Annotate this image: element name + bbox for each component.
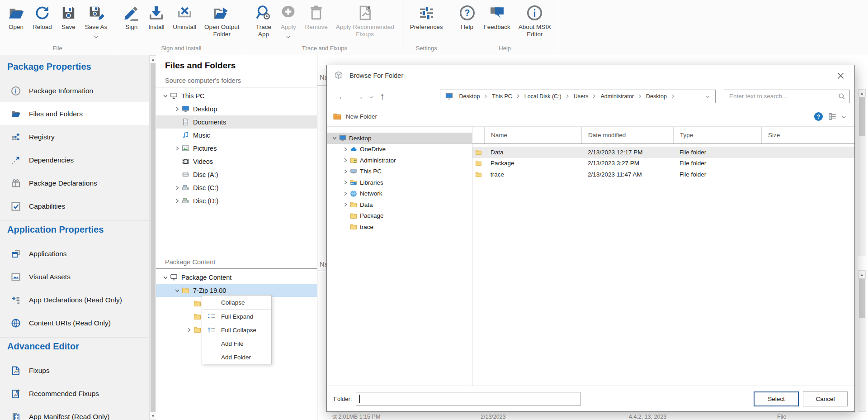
folder-input[interactable] [356, 392, 580, 406]
ribbon-button-remove[interactable]: Remove [301, 4, 331, 32]
chevron-right-icon[interactable] [341, 191, 349, 196]
sidebar-item-applications[interactable]: Applications [0, 242, 149, 265]
breadcrumb-item-desktop[interactable]: Desktop [642, 93, 671, 100]
sidebar-item-dependencies[interactable]: Dependencies [0, 148, 149, 172]
context-menu-item-add-folder[interactable]: Add Folder [202, 350, 271, 364]
tree-item-disc-d[interactable]: Disc (D:) [156, 194, 317, 207]
file-row-data[interactable]: Data 2/13/2023 12:17 PM File folder [472, 147, 854, 158]
scroll-up-arrow-icon[interactable]: ▲ [858, 89, 866, 97]
sidebar-item-fixups[interactable]: Fixups [0, 359, 149, 382]
scroll-up-arrow-icon[interactable]: ▲ [858, 271, 866, 279]
ribbon-button-apply-recommended-fixups[interactable]: Apply Recommended Fixups [332, 4, 398, 39]
ribbon-button-feedback[interactable]: Feedback [480, 4, 514, 32]
background-scrollbar[interactable]: ▲ [858, 270, 866, 412]
sidebar-item-registry[interactable]: Registry [0, 125, 149, 148]
sidebar-item-capabilities[interactable]: Capabilities [0, 195, 149, 218]
sidebar-item-visual-assets[interactable]: Visual Assets [0, 265, 149, 288]
tree-item-data[interactable]: Data [327, 199, 472, 210]
breadcrumb-item-administrator[interactable]: Administrator [596, 93, 638, 100]
ribbon-button-save-as[interactable]: Save As [81, 4, 112, 41]
file-row-package[interactable]: Package 2/13/2023 3:27 PM File folder [472, 158, 854, 169]
context-menu-item-collapse[interactable]: Collapse [202, 296, 271, 309]
context-menu-item-add-file[interactable]: Add File [202, 337, 271, 350]
chevron-right-icon[interactable] [341, 158, 349, 162]
select-button[interactable]: Select [754, 391, 799, 406]
chevron-right-icon[interactable] [173, 199, 181, 203]
scroll-up-arrow-icon[interactable]: ▲ [150, 55, 156, 63]
file-row-trace[interactable]: trace 2/13/2023 11:47 AM File folder [472, 169, 854, 180]
ribbon-button-sign[interactable]: Sign [119, 4, 144, 32]
tree-item-package[interactable]: Package [327, 210, 472, 222]
background-scrollbar[interactable]: ▲ [858, 89, 866, 256]
breadcrumb-item-local-disk-c[interactable]: Local Disk (C:) [520, 93, 566, 100]
sidebar-item-app-manifest-read-only[interactable]: App Manifest (Read Only) [0, 405, 149, 420]
chevron-right-icon[interactable] [173, 146, 181, 151]
sidebar-item-content-uris-read-only[interactable]: Content URIs (Read Only) [0, 311, 149, 334]
tree-item-libraries[interactable]: Libraries [327, 177, 472, 188]
address-dropdown-chevron-icon[interactable] [703, 93, 712, 100]
tree-item-administrator[interactable]: Administrator [327, 155, 472, 166]
ribbon-button-open[interactable]: Open [4, 4, 28, 32]
tree-item-package-content[interactable]: Package Content [156, 271, 317, 284]
scrollbar-thumb[interactable] [859, 279, 865, 318]
tree-item-this-pc[interactable]: This PC [156, 89, 317, 102]
context-menu-item-full-expand[interactable]: Full Expand [202, 310, 271, 323]
search-box[interactable] [724, 90, 850, 103]
scrollbar-thumb[interactable] [151, 63, 156, 412]
chevron-right-icon[interactable] [173, 107, 181, 111]
breadcrumb-item-this-pc[interactable]: This PC [487, 93, 516, 100]
chevron-right-icon[interactable] [185, 328, 193, 332]
ribbon-button-help[interactable]: ? Help [455, 4, 480, 32]
sidebar-item-app-declarations-read-only[interactable]: App Declarations (Read Only) [0, 288, 149, 311]
forward-arrow-icon[interactable]: → [351, 91, 368, 101]
ribbon-button-uninstall[interactable]: Uninstall [169, 4, 200, 32]
chevron-down-icon[interactable] [161, 275, 169, 280]
sidebar-item-recommended-fixups[interactable]: Recommended Fixups [0, 382, 149, 405]
tree-item-trace[interactable]: trace [327, 221, 472, 233]
chevron-right-icon[interactable] [341, 169, 349, 174]
column-header-type[interactable]: Type [673, 127, 761, 143]
chevron-right-icon[interactable] [173, 186, 181, 190]
chevron-right-icon[interactable] [341, 147, 349, 152]
ribbon-button-install[interactable]: Install [144, 4, 169, 32]
help-icon[interactable]: ? [814, 112, 823, 121]
breadcrumb[interactable]: Desktop This PC Local Disk (C:) Users Ad… [440, 90, 716, 103]
breadcrumb-item-users[interactable]: Users [569, 93, 593, 100]
sidebar-scrollbar[interactable]: ▲ ▼ [149, 55, 156, 420]
tree-item-disc-c[interactable]: Disc (C:) [156, 181, 317, 194]
up-arrow-icon[interactable]: ↑ [375, 91, 389, 101]
ribbon-button-apply[interactable]: Apply [276, 4, 301, 41]
column-header-date-modified[interactable]: Date modified [581, 127, 673, 143]
sidebar-item-files-and-folders[interactable]: Files and Folders [0, 102, 149, 125]
ribbon-button-reload[interactable]: Reload [28, 4, 56, 32]
chevron-down-icon[interactable] [161, 94, 169, 98]
ribbon-button-open-output-folder[interactable]: Open Output Folder [200, 4, 243, 39]
ribbon-button-preferences[interactable]: Preferences [406, 4, 447, 32]
close-button[interactable] [834, 69, 847, 82]
search-input[interactable] [728, 92, 838, 100]
tree-item-onedrive[interactable]: OneDrive [327, 144, 472, 155]
sidebar-item-package-information[interactable]: Package Information [0, 79, 149, 102]
back-arrow-icon[interactable]: ← [334, 91, 351, 101]
chevron-down-icon[interactable] [173, 288, 181, 293]
tree-item-desktop[interactable]: Desktop [156, 102, 317, 115]
view-details-icon[interactable] [828, 112, 837, 121]
tree-item-this-pc[interactable]: This PC [327, 166, 472, 177]
chevron-right-icon[interactable] [341, 180, 349, 185]
column-header-size[interactable]: Size [761, 127, 854, 143]
chevron-right-icon[interactable] [341, 202, 349, 207]
cancel-button[interactable]: Cancel [803, 391, 848, 406]
new-folder-button[interactable]: New Folder [333, 112, 377, 121]
scrollbar-thumb[interactable] [859, 97, 865, 136]
view-dropdown-chevron-icon[interactable] [842, 112, 846, 120]
context-menu-item-full-collapse[interactable]: Full Collapse [202, 323, 271, 337]
tree-item-documents[interactable]: Documents [156, 115, 317, 129]
tree-item-pictures[interactable]: Pictures [156, 142, 317, 155]
ribbon-button-about-msix-editor[interactable]: About MSIX Editor [514, 4, 555, 39]
tree-item-desktop[interactable]: Desktop [327, 133, 472, 144]
tree-item-music[interactable]: Music [156, 129, 317, 142]
dropdown-chevron-icon[interactable] [94, 32, 98, 40]
ribbon-button-save[interactable]: Save [56, 4, 81, 32]
history-dropdown-chevron-icon[interactable] [368, 92, 375, 100]
chevron-down-icon[interactable] [330, 136, 338, 140]
